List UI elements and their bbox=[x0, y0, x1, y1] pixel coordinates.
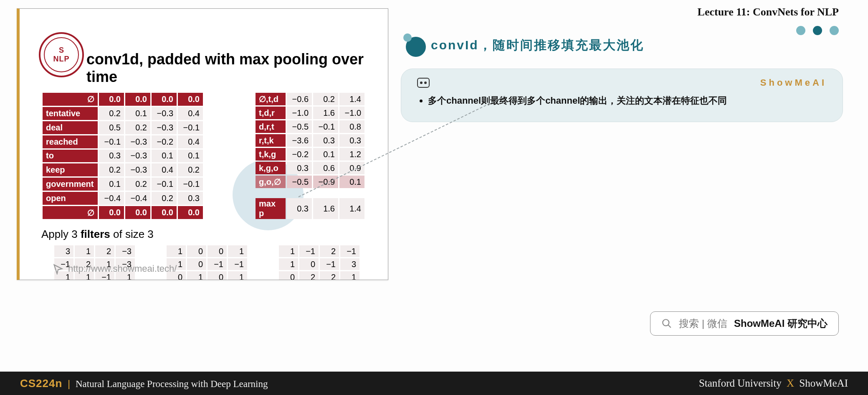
filters-caption: Apply 3 filters of size 3 bbox=[41, 228, 375, 241]
filter-matrices: 312−3−121−311−11100110−1−101011−12−110−1… bbox=[53, 244, 375, 280]
slide-frame: SNLP conv1d, padded with max pooling ove… bbox=[17, 8, 388, 280]
footer-org-a: Stanford University bbox=[699, 377, 782, 389]
cursor-icon bbox=[52, 263, 64, 275]
search-icon bbox=[661, 318, 672, 329]
conv-output-table: ∅,t,d−0.60.21.4t,d,r−1.01.6−1.0d,r,t−0.5… bbox=[254, 92, 366, 189]
brand-label: ShowMeAI bbox=[760, 77, 827, 88]
watermark: http://www.showmeai.tech/ bbox=[52, 263, 177, 275]
svg-line-1 bbox=[668, 325, 671, 328]
section-title: convId，随时间推移填充最大池化 bbox=[431, 37, 644, 54]
note-bullet: 多个channel则最终得到多个channel的输出，关注的文本潜在特征也不同 bbox=[428, 92, 827, 109]
footer-org-b: ShowMeAI bbox=[799, 377, 848, 389]
course-name: Natural Language Processing with Deep Le… bbox=[76, 379, 268, 389]
search-hint-bold: ShowMeAI 研究中心 bbox=[734, 317, 828, 330]
embedding-table: ∅0.00.00.00.0tentative0.20.1−0.30.4deal0… bbox=[41, 92, 204, 220]
search-hint-text: 搜索 | 微信 bbox=[679, 317, 727, 330]
section-bullet-icon bbox=[403, 33, 427, 57]
search-hint[interactable]: 搜索 | 微信 ShowMeAI 研究中心 bbox=[650, 311, 839, 336]
stanford-nlp-logo: SNLP bbox=[39, 32, 84, 77]
bot-icon bbox=[417, 78, 430, 88]
footer: CS224n | Natural Language Processing wit… bbox=[0, 372, 868, 395]
slide-title: conv1d, padded with max pooling over tim… bbox=[86, 51, 375, 86]
course-code: CS224n bbox=[20, 377, 62, 390]
decorative-dots bbox=[796, 26, 839, 35]
svg-point-0 bbox=[663, 319, 669, 326]
lecture-header: Lecture 11: ConvNets for NLP bbox=[401, 6, 843, 18]
maxpool-table: max p0.31.61.4 bbox=[254, 197, 366, 220]
